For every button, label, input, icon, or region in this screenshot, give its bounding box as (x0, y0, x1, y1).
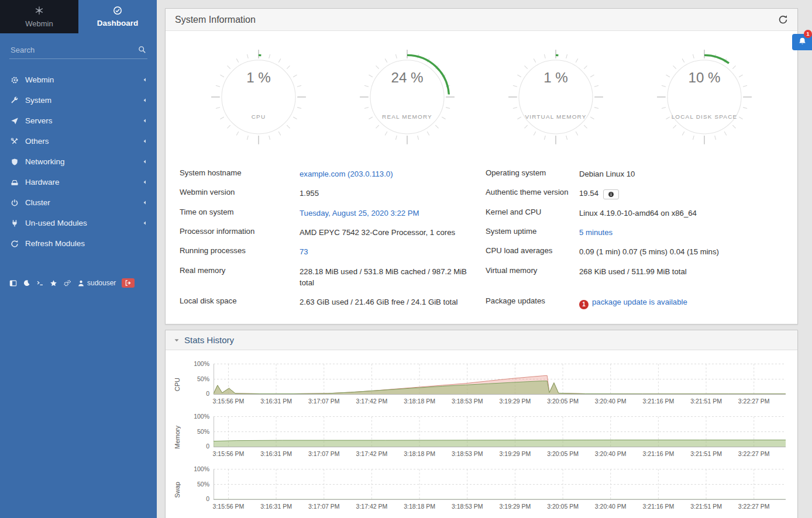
sidebar-toggle-icon[interactable] (9, 279, 17, 287)
chart-axis-label: Swap (170, 467, 184, 512)
info-value-local-disk-space: 2.63 GiB used / 21.46 GiB free / 24.1 Gi… (300, 296, 486, 308)
info-value-authentic-theme-version: 19.54 (579, 188, 788, 199)
chart-main: 3:15:56 PM3:16:31 PM3:17:07 PM3:17:42 PM… (214, 467, 786, 512)
x-tick: 3:17:42 PM (356, 398, 388, 405)
chart-plot (214, 362, 786, 395)
sidebar-bottom-bar: sudouser (0, 278, 157, 288)
x-tick: 3:15:56 PM (213, 503, 245, 510)
theme-settings-icon[interactable] (63, 279, 71, 287)
stats-history-toggle[interactable]: Stats History (166, 330, 797, 350)
x-tick: 3:18:53 PM (452, 450, 483, 457)
x-tick: 3:20:40 PM (595, 398, 627, 405)
night-mode-icon[interactable] (23, 279, 30, 287)
user-menu[interactable]: sudouser (77, 279, 116, 287)
sidebar-item-label: System (25, 96, 51, 105)
refresh-button[interactable] (778, 15, 788, 25)
x-tick: 3:20:05 PM (547, 398, 579, 405)
info-label: Package updates (486, 296, 579, 305)
info-text: Linux 4.19.0-10-amd64 on x86_64 (579, 209, 697, 217)
logout-icon (125, 279, 132, 286)
info-label: Processor information (180, 227, 300, 236)
sidebar-item-webmin[interactable]: Webmin (0, 70, 157, 90)
x-tick: 3:21:16 PM (643, 450, 675, 457)
info-value-processor-information: AMD EPYC 7542 32-Core Processor, 1 cores (300, 227, 486, 238)
x-tick: 3:18:18 PM (404, 503, 435, 510)
sidebar-item-refresh-modules[interactable]: Refresh Modules (0, 233, 157, 254)
sidebar-item-label: Cluster (25, 198, 50, 207)
tab-dashboard[interactable]: Dashboard (78, 0, 157, 33)
chart-memory: Memory100%50%03:15:56 PM3:16:31 PM3:17:0… (170, 415, 786, 460)
sidebar-item-hardware[interactable]: Hardware (0, 172, 157, 192)
info-text[interactable]: package update is available (592, 298, 687, 306)
info-row-webmin-version: Webmin version1.955Authentic theme versi… (180, 184, 788, 203)
info-value-virtual-memory: 268 KiB used / 511.99 MiB total (579, 266, 788, 277)
sidebar-item-label: Networking (25, 157, 65, 166)
caret-left-icon (142, 77, 147, 82)
chart-axis-label-text: Swap (174, 482, 181, 498)
info-value-webmin-version: 1.955 (300, 188, 486, 199)
hard-drive-icon (11, 178, 25, 187)
y-tick: 0 (206, 390, 209, 397)
stats-history-panel: Stats History CPU100%50%03:15:56 PM3:16:… (165, 330, 798, 518)
chart-swap: Swap100%50%03:15:56 PM3:16:31 PM3:17:07 … (170, 467, 786, 512)
search-icon[interactable] (138, 46, 146, 56)
chart-axis-label: Memory (170, 415, 184, 460)
gear-icon (11, 76, 25, 84)
x-tick: 3:18:18 PM (404, 398, 435, 405)
info-label: Webmin version (180, 188, 300, 196)
info-label: Kernel and CPU (486, 208, 579, 216)
sidebar-item-networking[interactable]: Networking (0, 151, 157, 172)
svg-text:REAL MEMORY: REAL MEMORY (382, 113, 432, 120)
chart-plot (214, 467, 786, 500)
sidebar-item-label: Hardware (25, 178, 60, 187)
sidebar-item-label: Webmin (25, 75, 54, 84)
info-value-system-hostname[interactable]: example.com (203.0.113.0) (300, 168, 486, 179)
x-tick: 3:21:16 PM (643, 503, 675, 510)
info-row-system-hostname: System hostnameexample.com (203.0.113.0)… (180, 164, 788, 184)
info-value-cpu-load-averages: 0.09 (1 min) 0.07 (5 mins) 0.04 (15 mins… (579, 246, 788, 257)
x-tick: 3:16:31 PM (260, 398, 292, 405)
terminal-icon[interactable] (36, 279, 44, 287)
info-text: 268 KiB used / 511.99 MiB total (579, 267, 687, 276)
info-value-package-updates: 1package update is available (579, 296, 788, 309)
power-icon (11, 199, 25, 207)
webmin-logo-icon (34, 5, 44, 18)
search-input[interactable] (9, 42, 147, 58)
info-value-kernel-and-cpu: Linux 4.19.0-10-amd64 on x86_64 (579, 208, 788, 219)
info-value-system-uptime: 5 minutes (579, 227, 788, 238)
sidebar-item-system[interactable]: System (0, 90, 157, 110)
logout-button[interactable] (122, 278, 135, 288)
caret-left-icon (142, 139, 147, 144)
favorites-icon[interactable] (50, 279, 57, 287)
theme-info-button[interactable] (603, 189, 619, 199)
info-circle-icon (608, 191, 614, 198)
chart-y-ticks: 100%50%0 (184, 362, 214, 395)
sidebar-item-cluster[interactable]: Cluster (0, 192, 157, 213)
package-updates-badge: 1 (579, 300, 589, 309)
x-tick: 3:17:07 PM (308, 503, 340, 510)
sidebar-item-un-used-modules[interactable]: Un-used Modules (0, 213, 157, 233)
caret-left-icon (142, 179, 147, 185)
x-tick: 3:22:27 PM (738, 503, 770, 510)
x-tick: 3:21:16 PM (643, 398, 675, 405)
notifications-button[interactable]: 1 (792, 34, 812, 50)
svg-text:1 %: 1 % (543, 70, 568, 85)
bell-icon (798, 37, 807, 48)
tab-webmin[interactable]: Webmin (0, 0, 78, 33)
sidebar-search (9, 42, 147, 59)
dashboard-check-icon (113, 6, 122, 17)
user-icon (77, 279, 85, 287)
sidebar-item-servers[interactable]: Servers (0, 110, 157, 131)
x-tick: 3:21:51 PM (690, 503, 722, 510)
x-tick: 3:17:42 PM (356, 450, 388, 457)
info-text[interactable]: 5 minutes (579, 228, 613, 237)
sidebar-item-others[interactable]: Others (0, 131, 157, 151)
info-value-time-on-system[interactable]: Tuesday, August 25, 2020 3:22 PM (300, 208, 486, 219)
x-tick: 3:22:27 PM (738, 450, 770, 457)
info-value-running-processes[interactable]: 73 (300, 246, 486, 257)
chart-x-ticks: 3:15:56 PM3:16:31 PM3:17:07 PM3:17:42 PM… (214, 450, 786, 460)
system-info-table: System hostnameexample.com (203.0.113.0)… (170, 160, 793, 313)
shield-icon (11, 158, 25, 166)
gauge-virtual-memory: 1 %VIRTUAL MEMORY (491, 38, 620, 158)
x-tick: 3:15:56 PM (213, 450, 245, 457)
